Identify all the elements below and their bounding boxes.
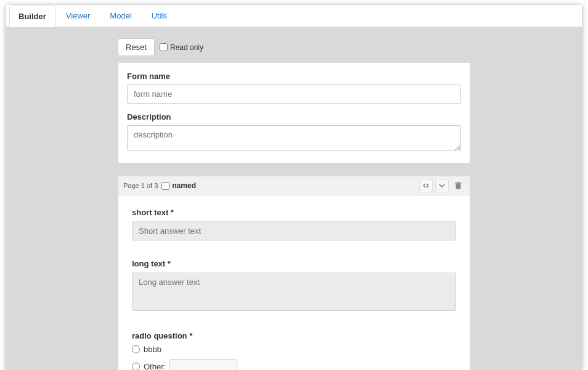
long-text-preview bbox=[132, 273, 456, 311]
description-label: Description bbox=[127, 112, 461, 121]
radio-option-other[interactable] bbox=[132, 363, 140, 370]
long-text-label: long text * bbox=[132, 259, 456, 268]
radio-question-label: radio question * bbox=[132, 331, 456, 340]
question-radio: radio question * bbbb Other: bbox=[132, 331, 456, 370]
read-only-toggle[interactable]: Read only bbox=[160, 43, 203, 52]
page-named-label: named bbox=[172, 181, 196, 190]
radio-other-input[interactable] bbox=[169, 359, 237, 370]
radio-option-1-label: bbbb bbox=[144, 345, 161, 354]
page-header: Page 1 of 3 named bbox=[118, 176, 470, 195]
radio-option-1[interactable] bbox=[132, 345, 140, 353]
tab-viewer[interactable]: Viewer bbox=[57, 5, 100, 27]
page-named-toggle[interactable]: named bbox=[161, 181, 196, 190]
form-name-input[interactable] bbox=[127, 84, 461, 104]
top-controls: Reset Read only bbox=[118, 38, 470, 56]
question-long-text: long text * bbox=[132, 259, 456, 313]
page-card: Page 1 of 3 named bbox=[118, 176, 470, 370]
svg-rect-0 bbox=[455, 184, 460, 189]
form-meta-panel: Form name Description bbox=[118, 62, 470, 163]
workspace: Reset Read only Form name Description bbox=[6, 27, 582, 370]
radio-other-label: Other: bbox=[144, 362, 166, 370]
chevron-down-icon[interactable] bbox=[435, 179, 449, 192]
short-text-label: short text * bbox=[132, 208, 456, 217]
read-only-checkbox[interactable] bbox=[160, 43, 168, 51]
page-named-checkbox[interactable] bbox=[161, 182, 169, 190]
tab-model[interactable]: Model bbox=[100, 5, 141, 27]
description-input[interactable] bbox=[127, 125, 461, 151]
collapse-icon[interactable] bbox=[419, 179, 433, 192]
short-text-preview bbox=[132, 221, 456, 240]
question-short-text: short text * bbox=[132, 208, 456, 240]
tab-bar: Builder Viewer Model Utils bbox=[6, 5, 582, 27]
reset-button[interactable]: Reset bbox=[118, 38, 155, 56]
page-counter: Page 1 of 3 bbox=[123, 182, 158, 189]
tab-utils[interactable]: Utils bbox=[142, 5, 176, 27]
read-only-label: Read only bbox=[170, 43, 203, 52]
form-name-label: Form name bbox=[127, 72, 461, 81]
svg-rect-2 bbox=[457, 182, 459, 183]
page-body: short text * long text * radio question … bbox=[118, 195, 470, 370]
trash-icon[interactable] bbox=[451, 179, 465, 192]
tab-builder[interactable]: Builder bbox=[9, 6, 55, 27]
